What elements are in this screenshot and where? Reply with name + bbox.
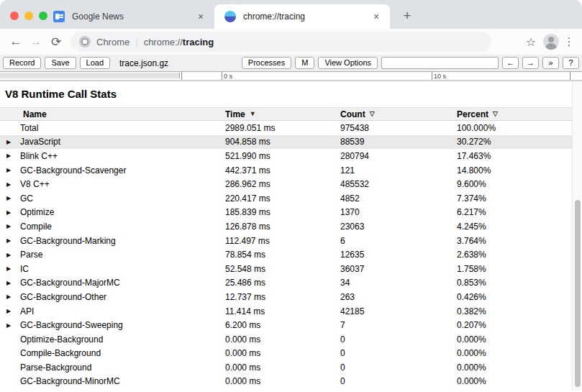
expand-arrow-icon[interactable]: ▶ — [0, 152, 20, 159]
load-button[interactable]: Load — [80, 57, 110, 69]
cell-count: 36037 — [340, 264, 457, 274]
help-button[interactable]: ? — [563, 57, 579, 69]
cell-percent: 3.764% — [457, 236, 572, 246]
table-row[interactable]: Total2989.051 ms975438100.000% — [0, 121, 572, 135]
cell-count: 0 — [340, 376, 457, 386]
cell-name: Optimize-Background — [0, 334, 225, 345]
table-row[interactable]: Parse-Background0.000 ms00.000% — [0, 360, 572, 375]
table-row[interactable]: ▶GC-Background-Other12.737 ms2630.426% — [0, 290, 572, 304]
cell-percent: 100.000% — [457, 123, 572, 133]
expand-arrow-icon[interactable]: ▶ — [0, 252, 20, 258]
ruler-tick — [181, 72, 182, 80]
ruler-tick — [222, 72, 222, 80]
row-name-label: Parse — [20, 250, 42, 260]
cell-time: 442.371 ms — [225, 165, 340, 176]
expand-arrow-icon[interactable]: ▶ — [0, 139, 20, 145]
expand-arrow-icon[interactable]: ▶ — [0, 167, 20, 173]
cell-name: ▶GC-Background-Marking — [0, 236, 225, 246]
table-row[interactable]: ▶Compile126.878 ms230634.245% — [0, 219, 572, 234]
save-button[interactable]: Save — [45, 57, 76, 69]
tab-google-news[interactable]: Google News × — [43, 4, 214, 29]
table-row[interactable]: Compile-Background0.000 ms00.000% — [0, 347, 572, 361]
find-next-button[interactable]: → — [522, 57, 539, 69]
column-header-name[interactable]: Name — [0, 108, 225, 120]
table-row[interactable]: ▶API11.414 ms421850.382% — [0, 304, 572, 319]
table-row[interactable]: Optimize-Background0.000 ms00.000% — [0, 332, 572, 347]
tab-close-icon[interactable]: × — [194, 11, 207, 22]
row-name-label: Total — [20, 123, 38, 133]
expand-arrow-icon[interactable]: ▶ — [0, 322, 20, 329]
table-row[interactable]: ▶Blink C++521.990 ms28079417.463% — [0, 149, 572, 163]
expand-arrow-icon[interactable]: ▶ — [0, 181, 20, 188]
cell-percent: 7.374% — [457, 193, 572, 204]
row-name-label: GC-Background-Other — [20, 292, 106, 302]
table-row[interactable]: ▶V8 C++286.962 ms4855329.600% — [0, 177, 572, 191]
find-input[interactable] — [381, 57, 499, 69]
table-row[interactable]: ▶GC-Background-Sweeping6.200 ms70.207% — [0, 318, 572, 332]
table-row[interactable]: ▶GC220.417 ms48527.374% — [0, 191, 572, 206]
column-header-percent[interactable]: Percent ▽ — [457, 108, 572, 120]
cell-percent: 0.000% — [457, 348, 572, 358]
table-row[interactable]: ▶Parse78.854 ms126352.638% — [0, 247, 572, 262]
bookmark-star-icon[interactable]: ☆ — [522, 35, 540, 49]
cell-percent: 0.000% — [457, 363, 572, 373]
cell-count: 4852 — [340, 193, 457, 204]
table-row[interactable]: ▶JavaScript904.858 ms8853930.272% — [0, 135, 572, 150]
window-controls — [10, 12, 47, 20]
view-options-button[interactable]: View Options — [318, 57, 378, 69]
row-name-label: Optimize-Background — [20, 334, 103, 345]
expand-arrow-icon[interactable]: ▶ — [0, 195, 20, 201]
menu-kebab-icon[interactable]: ⋮ — [562, 35, 576, 48]
table-row[interactable]: ▶GC-Background-Scavenger442.371 ms12114.… — [0, 163, 572, 178]
back-icon[interactable]: ← — [6, 32, 26, 52]
cell-count: 0 — [340, 348, 457, 358]
table-row[interactable]: GC-Background-MinorMC0.000 ms00.000% — [0, 375, 572, 389]
expand-arrow-icon[interactable]: ▶ — [0, 209, 20, 216]
cell-time: 521.990 ms — [225, 151, 340, 161]
cell-percent: 6.217% — [457, 207, 572, 217]
cell-name: ▶V8 C++ — [0, 179, 225, 189]
minimize-window-button[interactable] — [24, 12, 33, 20]
fast-forward-button[interactable]: » — [542, 57, 559, 69]
table-row[interactable]: ▶IC52.548 ms360371.758% — [0, 262, 572, 276]
row-name-label: V8 C++ — [20, 179, 50, 189]
cell-time: 185.839 ms — [225, 207, 340, 217]
ruler-tick — [432, 72, 432, 80]
address-bar-actions: ☆ ⋮ — [522, 34, 576, 50]
table-row[interactable]: ▶GC-Background-MajorMC25.486 ms340.853% — [0, 276, 572, 291]
row-name-label: GC — [20, 193, 33, 204]
close-window-button[interactable] — [10, 12, 19, 20]
column-header-time[interactable]: Time ▼ — [225, 108, 340, 120]
profile-avatar[interactable] — [543, 34, 559, 50]
table-row[interactable]: ▶GC-Background-Marking112.497 ms63.764% — [0, 234, 572, 248]
tab-close-icon[interactable]: × — [370, 11, 383, 22]
omnibox[interactable]: Chrome | chrome://tracing — [71, 32, 491, 52]
cell-percent: 17.463% — [457, 151, 572, 161]
forward-icon[interactable]: → — [26, 32, 46, 52]
cell-percent: 0.853% — [457, 278, 572, 288]
metrics-button[interactable]: M — [295, 57, 314, 69]
sort-hollow-icon: ▽ — [493, 110, 498, 117]
processes-button[interactable]: Processes — [242, 57, 291, 69]
cell-name: ▶Blink C++ — [0, 151, 225, 161]
expand-arrow-icon[interactable]: ▶ — [0, 280, 20, 286]
timeline-ruler[interactable]: 0 s 10 s — [0, 72, 582, 81]
new-tab-button[interactable]: + — [397, 6, 417, 26]
reload-icon[interactable]: ⟳ — [46, 32, 66, 52]
expand-arrow-icon[interactable]: ▶ — [0, 308, 20, 314]
vertical-scrollbar[interactable] — [572, 81, 582, 391]
expand-arrow-icon[interactable]: ▶ — [0, 223, 20, 229]
tab-chrome-tracing[interactable]: chrome://tracing × — [214, 4, 390, 29]
row-name-label: Compile — [20, 222, 52, 232]
column-header-count[interactable]: Count ▽ — [340, 108, 457, 120]
record-button[interactable]: Record — [3, 57, 41, 69]
scrollbar-thumb[interactable] — [575, 200, 581, 387]
expand-arrow-icon[interactable]: ▶ — [0, 237, 20, 244]
find-previous-button[interactable]: ← — [502, 57, 519, 69]
expand-arrow-icon[interactable]: ▶ — [0, 265, 20, 272]
expand-arrow-icon[interactable]: ▶ — [0, 293, 20, 300]
cell-time: 11.414 ms — [225, 306, 340, 316]
cell-count: 12635 — [340, 250, 457, 260]
table-row[interactable]: ▶Optimize185.839 ms13706.217% — [0, 206, 572, 220]
maximize-window-button[interactable] — [39, 12, 47, 20]
